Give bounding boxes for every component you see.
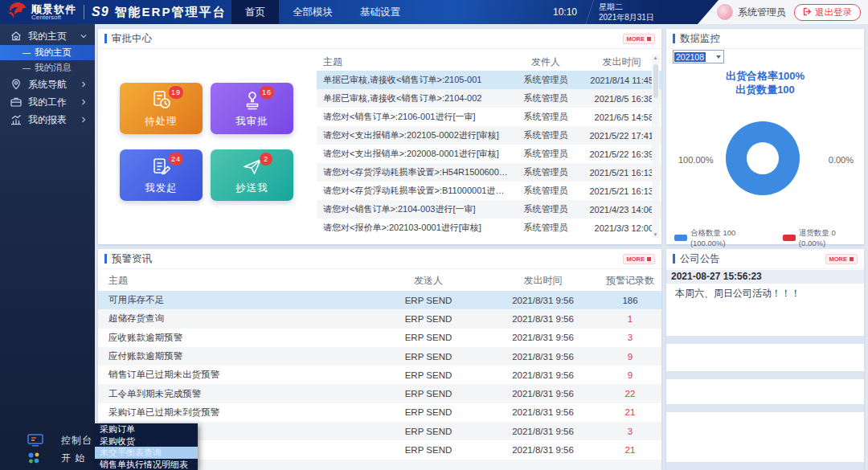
approval-row-sender: 系统管理员 xyxy=(510,74,582,86)
approval-row-subject: 单据已审核,请接收<销售订单>:2105-001 xyxy=(317,74,510,86)
more-label: MORE xyxy=(829,255,848,263)
legend-item-0: 合格数量 100 (100.00%) xyxy=(674,228,772,247)
alerts-more-button[interactable]: MORE xyxy=(623,254,656,264)
popup-menu-item-0[interactable]: 采购订单 xyxy=(95,423,198,435)
empty-notice-strip xyxy=(666,371,864,379)
console-button[interactable]: 控制台 xyxy=(0,432,95,448)
alert-row-subject: 可用库存不足 xyxy=(98,294,376,306)
sidebar-item-1[interactable]: 系统导航 xyxy=(0,76,95,93)
user-avatar[interactable] xyxy=(717,4,733,20)
scroll-thumb[interactable] xyxy=(653,64,658,98)
alert-row-time: 2021/8/31 9:56 xyxy=(481,389,605,398)
tab-1[interactable]: 全部模块 xyxy=(279,0,346,24)
alert-row-time: 2021/8/31 9:56 xyxy=(481,407,605,417)
popup-menu-item-1[interactable]: 采购收货 xyxy=(95,435,198,448)
alert-row-time: 2021/8/31 9:56 xyxy=(481,445,605,455)
approval-header-0: 主题 xyxy=(317,55,510,69)
legend-label: 合格数量 100 (100.00%) xyxy=(690,228,772,247)
sidebar-subitem-label: 我的主页 xyxy=(35,47,72,59)
alert-row-subject: 超储存货查询 xyxy=(98,313,376,325)
alert-row[interactable]: 应付账款逾期预警ERP SEND2021/8/31 9:569 xyxy=(98,347,661,366)
s9-logo: S9 xyxy=(92,5,109,19)
alert-row-count: 21 xyxy=(605,407,661,417)
approval-row[interactable]: 请您对<支出报销单>:202008-0001进行[审核]系统管理员2021/5/… xyxy=(317,145,661,163)
approval-row-sender: 系统管理员 xyxy=(510,166,582,178)
sidebar: 我的主页—我的主页—我的消息系统导航我的工作我的报表 控制台 开 始 xyxy=(0,24,95,470)
sidebar-item-2[interactable]: 我的工作 xyxy=(0,93,95,111)
date: 2021年8月31日 xyxy=(599,12,654,22)
empty-notice-strip xyxy=(666,462,864,470)
alert-row-sender: ERP SEND xyxy=(376,407,481,417)
notice-panel: 公司公告 MORE 2021-08-27 15:56:23 本周六、周日公司活动… xyxy=(666,249,864,470)
approval-row-subject: 请您对<存货浮动耗损率设置>:B11000001进行[审核] xyxy=(317,185,510,197)
topbar-user-area: 系统管理员 退出登录 xyxy=(698,0,868,24)
approval-row-time: 2021/5/21 16:13 xyxy=(582,186,661,196)
approval-tile-1[interactable]: 16我审批 xyxy=(211,83,293,134)
scroll-up-icon[interactable]: ▲ xyxy=(652,55,659,60)
alert-row-count: 3 xyxy=(605,333,661,342)
chevron-right-icon xyxy=(80,98,88,106)
approval-more-button[interactable]: MORE xyxy=(623,34,656,44)
sidebar-subitem-0-1[interactable]: —我的消息 xyxy=(0,60,95,76)
approval-table-header: 主题发件人发出时间 xyxy=(317,53,661,71)
approval-tile-2[interactable]: 24我发起 xyxy=(120,149,203,201)
approval-row-subject: 请您对<销售订单>:2106-001进行[一审] xyxy=(317,111,510,123)
approval-row-sender: 系统管理员 xyxy=(510,111,582,123)
empty-notice-strip xyxy=(666,404,864,412)
approval-row-time: 2021/8/5 16:38 xyxy=(582,94,661,104)
sidebar-item-0[interactable]: 我的主页 xyxy=(0,27,95,45)
logout-button[interactable]: 退出登录 xyxy=(794,4,861,21)
approval-panel-header: 审批中心 MORE xyxy=(98,29,661,49)
alert-row[interactable]: 工令单到期未完成预警ERP SEND2021/8/31 9:5622 xyxy=(98,384,661,403)
alert-row-time: 2021/8/31 9:56 xyxy=(481,333,605,342)
start-button[interactable]: 开 始 xyxy=(0,450,95,466)
start-popup-menu: 采购订单采购收货未交平衡表查询销售单执行情况明细表 xyxy=(95,423,198,470)
approval-row-subject: 请您对<销售订单>:2104-003进行[一审] xyxy=(317,203,510,215)
approval-scrollbar[interactable]: ▲ ▼ xyxy=(652,55,659,238)
tile-label: 待处理 xyxy=(145,115,178,129)
tab-0[interactable]: 首页 xyxy=(231,0,279,24)
alert-row[interactable]: 可用库存不足ERP SEND2021/8/31 9:56186 xyxy=(98,291,661,309)
approval-row[interactable]: 请您对<报价单>:202103-0001进行[审核]系统管理员2021/3/3 … xyxy=(317,219,661,237)
approval-row[interactable]: 单据已审核,请接收<销售订单>:2105-001系统管理员2021/8/14 1… xyxy=(317,71,661,89)
tile-label: 我发起 xyxy=(145,182,178,195)
alert-row-sender: ERP SEND xyxy=(376,370,481,380)
alert-row[interactable]: 超储存货查询ERP SEND2021/8/31 9:561 xyxy=(98,309,661,328)
alert-row-sender: ERP SEND xyxy=(376,427,481,436)
alert-row-count: 3 xyxy=(605,427,661,436)
approval-tile-3[interactable]: 2抄送我 xyxy=(211,149,293,201)
ship-qty-text: 出货数量100 xyxy=(666,83,864,96)
approval-row[interactable]: 请您对<支出报销单>:202105-0002进行[审核]系统管理员2021/5/… xyxy=(317,126,661,145)
approval-row[interactable]: 单据已审核,请接收<销售订单>:2104-002系统管理员2021/8/5 16… xyxy=(317,89,661,108)
approval-row-sender: 系统管理员 xyxy=(510,185,582,197)
donut-left-label: 100.00% xyxy=(678,155,713,165)
alert-row[interactable]: 采购订单已过期未到货预警ERP SEND2021/8/31 9:5621 xyxy=(98,403,661,422)
alert-row[interactable]: 销售订单已过期未出货预警ERP SEND2021/8/31 9:569 xyxy=(98,366,661,384)
sidebar-subitem-0-0[interactable]: —我的主页 xyxy=(0,45,95,60)
approval-row[interactable]: 请您对<销售订单>:2106-001进行[一审]系统管理员2021/6/5 14… xyxy=(317,108,661,126)
approval-tile-0[interactable]: 19待处理 xyxy=(120,83,203,134)
sidebar-item-label: 我的报表 xyxy=(28,113,67,127)
tab-2[interactable]: 基础设置 xyxy=(346,0,414,24)
approval-row-time: 2021/4/23 14:06 xyxy=(582,205,661,215)
popup-menu-item-2[interactable]: 未交平衡表查询 xyxy=(95,447,198,459)
period-select[interactable]: 202108 xyxy=(673,50,724,63)
console-monitor-icon xyxy=(27,434,43,447)
alert-row[interactable]: 应收账款逾期预警ERP SEND2021/8/31 9:563 xyxy=(98,329,661,347)
sidebar-item-label: 我的工作 xyxy=(28,96,67,109)
approval-row[interactable]: 请您对<存货浮动耗损率设置>:B11000001进行[审核]系统管理员2021/… xyxy=(317,182,661,200)
scroll-down-icon[interactable]: ▼ xyxy=(652,232,659,237)
popup-menu-item-3[interactable]: 销售单执行情况明细表 xyxy=(95,459,198,470)
approval-row[interactable]: 请您对<销售订单>:2104-003进行[一审]系统管理员2021/4/23 1… xyxy=(317,200,661,219)
approval-panel-title: 审批中心 xyxy=(104,32,152,46)
tile-label: 抄送我 xyxy=(235,182,268,195)
notice-content[interactable]: 本周六、周日公司活动！！！ xyxy=(666,287,864,300)
approval-row-sender: 系统管理员 xyxy=(510,92,582,104)
notice-more-button[interactable]: MORE xyxy=(825,254,858,264)
chevron-right-icon xyxy=(80,116,88,124)
alert-row-sender: ERP SEND xyxy=(376,333,481,342)
map-pin-icon xyxy=(10,78,23,91)
sidebar-item-3[interactable]: 我的报表 xyxy=(0,111,95,129)
approval-row[interactable]: 请您对<存货浮动耗损率设置>:H54R15006002进行[审核]系统管理员20… xyxy=(317,163,661,182)
chevron-down-icon xyxy=(716,55,721,59)
